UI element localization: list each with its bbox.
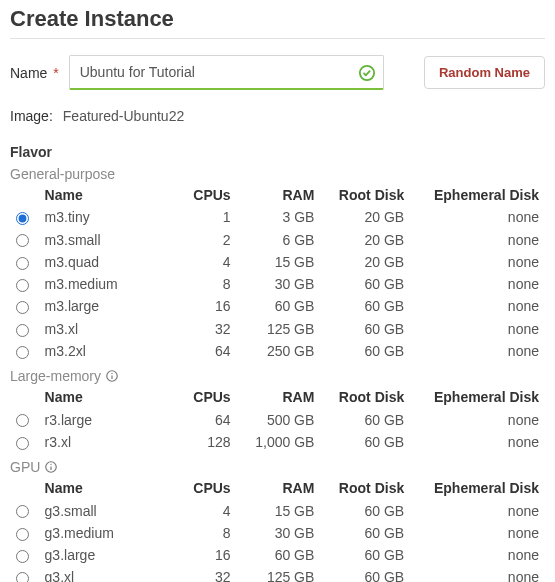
col-ram: RAM <box>237 184 321 206</box>
flavor-root: 60 GB <box>320 566 410 582</box>
flavor-root: 60 GB <box>320 273 410 295</box>
flavor-cpus: 128 <box>167 431 236 453</box>
flavor-radio[interactable] <box>16 279 29 292</box>
flavor-row: r3.xl1281,000 GB60 GBnone <box>10 431 545 453</box>
flavor-ram: 60 GB <box>237 544 321 566</box>
flavor-name: m3.medium <box>39 273 168 295</box>
col-cpus: CPUs <box>167 477 236 499</box>
flavor-root: 60 GB <box>320 409 410 431</box>
flavor-radio[interactable] <box>16 572 29 582</box>
flavor-root: 60 GB <box>320 544 410 566</box>
flavor-group-label: General-purpose <box>10 166 115 182</box>
flavor-eph: none <box>410 409 545 431</box>
flavor-eph: none <box>410 544 545 566</box>
flavor-heading: Flavor <box>10 144 545 160</box>
flavor-cpus: 8 <box>167 273 236 295</box>
flavor-cpus: 16 <box>167 544 236 566</box>
col-ram: RAM <box>237 386 321 408</box>
flavor-eph: none <box>410 500 545 522</box>
flavor-radio[interactable] <box>16 505 29 518</box>
flavor-radio[interactable] <box>16 346 29 359</box>
flavor-ram: 6 GB <box>237 229 321 251</box>
flavor-radio[interactable] <box>16 324 29 337</box>
page-title: Create Instance <box>10 6 545 32</box>
flavor-radio[interactable] <box>16 550 29 563</box>
flavor-eph: none <box>410 206 545 228</box>
flavor-eph: none <box>410 522 545 544</box>
flavor-ram: 15 GB <box>237 500 321 522</box>
flavor-radio[interactable] <box>16 414 29 427</box>
instance-name-input[interactable] <box>69 55 384 90</box>
col-eph: Ephemeral Disk <box>410 184 545 206</box>
flavor-cpus: 4 <box>167 500 236 522</box>
flavor-ram: 125 GB <box>237 566 321 582</box>
svg-point-3 <box>111 373 112 374</box>
flavor-name: g3.small <box>39 500 168 522</box>
flavor-row: m3.xl32125 GB60 GBnone <box>10 318 545 340</box>
flavor-group-heading: GPU <box>10 459 545 475</box>
flavor-root: 20 GB <box>320 229 410 251</box>
flavor-row: m3.tiny13 GB20 GBnone <box>10 206 545 228</box>
info-icon[interactable] <box>44 460 58 474</box>
flavor-name: m3.quad <box>39 251 168 273</box>
flavor-table: NameCPUsRAMRoot DiskEphemeral Diskr3.lar… <box>10 386 545 453</box>
col-eph: Ephemeral Disk <box>410 386 545 408</box>
col-root: Root Disk <box>320 184 410 206</box>
flavor-name: m3.tiny <box>39 206 168 228</box>
flavor-eph: none <box>410 295 545 317</box>
flavor-row: m3.2xl64250 GB60 GBnone <box>10 340 545 362</box>
flavor-eph: none <box>410 340 545 362</box>
flavor-radio[interactable] <box>16 301 29 314</box>
flavor-row: r3.large64500 GB60 GBnone <box>10 409 545 431</box>
info-icon[interactable] <box>105 369 119 383</box>
flavor-ram: 500 GB <box>237 409 321 431</box>
flavor-name: m3.2xl <box>39 340 168 362</box>
flavor-root: 60 GB <box>320 295 410 317</box>
flavor-radio[interactable] <box>16 528 29 541</box>
valid-check-icon <box>358 64 376 82</box>
flavor-ram: 30 GB <box>237 522 321 544</box>
flavor-group-heading: General-purpose <box>10 166 545 182</box>
flavor-name: m3.xl <box>39 318 168 340</box>
flavor-ram: 1,000 GB <box>237 431 321 453</box>
name-label: Name * <box>10 65 59 81</box>
flavor-cpus: 64 <box>167 409 236 431</box>
flavor-group-label: GPU <box>10 459 40 475</box>
flavor-cpus: 16 <box>167 295 236 317</box>
flavor-radio[interactable] <box>16 437 29 450</box>
flavor-eph: none <box>410 273 545 295</box>
image-value: Featured-Ubuntu22 <box>63 108 184 124</box>
svg-point-6 <box>51 464 52 465</box>
random-name-button[interactable]: Random Name <box>424 56 545 89</box>
flavor-row: g3.large1660 GB60 GBnone <box>10 544 545 566</box>
col-name: Name <box>39 477 168 499</box>
flavor-radio[interactable] <box>16 257 29 270</box>
flavor-name: g3.large <box>39 544 168 566</box>
flavor-cpus: 32 <box>167 318 236 340</box>
flavor-radio[interactable] <box>16 234 29 247</box>
flavor-cpus: 1 <box>167 206 236 228</box>
flavor-row: m3.large1660 GB60 GBnone <box>10 295 545 317</box>
flavor-name: g3.xl <box>39 566 168 582</box>
flavor-eph: none <box>410 229 545 251</box>
flavor-ram: 15 GB <box>237 251 321 273</box>
col-cpus: CPUs <box>167 386 236 408</box>
flavor-eph: none <box>410 251 545 273</box>
flavor-eph: none <box>410 318 545 340</box>
flavor-eph: none <box>410 431 545 453</box>
col-root: Root Disk <box>320 477 410 499</box>
flavor-eph: none <box>410 566 545 582</box>
flavor-root: 60 GB <box>320 522 410 544</box>
flavor-ram: 60 GB <box>237 295 321 317</box>
flavor-group-label: Large-memory <box>10 368 101 384</box>
flavor-cpus: 4 <box>167 251 236 273</box>
flavor-radio[interactable] <box>16 212 29 225</box>
flavor-row: m3.medium830 GB60 GBnone <box>10 273 545 295</box>
flavor-root: 60 GB <box>320 340 410 362</box>
flavor-cpus: 2 <box>167 229 236 251</box>
flavor-root: 60 GB <box>320 318 410 340</box>
image-label: Image: <box>10 108 53 124</box>
flavor-group-heading: Large-memory <box>10 368 545 384</box>
flavor-row: g3.medium830 GB60 GBnone <box>10 522 545 544</box>
flavor-table: NameCPUsRAMRoot DiskEphemeral Diskg3.sma… <box>10 477 545 582</box>
